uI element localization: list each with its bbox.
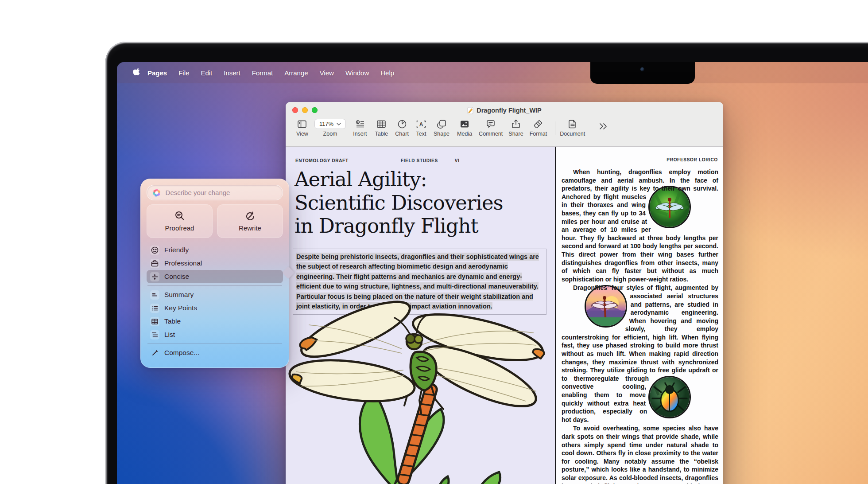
chart-icon	[397, 119, 407, 129]
writing-tools-options: Friendly Professional	[147, 243, 283, 359]
toolbar: View 117% Zoom Insert	[286, 119, 723, 146]
svg-text:A: A	[419, 121, 423, 128]
document-left-page[interactable]: ENTOMOLOGY DRAFT FIELD STUDIES VI Aerial…	[286, 147, 555, 484]
dragonfly-hero-illustration[interactable]	[286, 300, 555, 484]
toolbar-comment-button[interactable]: Comment	[479, 119, 503, 137]
describe-change-field[interactable]	[147, 185, 283, 200]
kicker-row: ENTOMOLOGY DRAFT FIELD STUDIES VI	[295, 158, 548, 163]
toolbar-table-button[interactable]: Table	[375, 119, 388, 137]
proofread-button[interactable]: Proofread	[147, 204, 213, 238]
toolbar-overflow-button[interactable]	[598, 122, 608, 130]
media-icon	[459, 119, 470, 129]
dragonfly-on-foliage-photo[interactable]	[648, 186, 691, 228]
transform-option-table[interactable]: Table	[147, 315, 283, 328]
writing-tools-popup: Proofread Rewrite	[140, 179, 289, 368]
dragonfly-sunset-photo[interactable]	[585, 285, 627, 328]
article-headline[interactable]: Aerial Agility: Scientific Discoveries i…	[294, 168, 549, 238]
menu-item-app[interactable]: Pages	[142, 69, 173, 77]
compose-option[interactable]: Compose...	[147, 346, 283, 359]
window-title: Dragonfly Flight_WIP	[477, 107, 542, 114]
rewrite-icon	[244, 211, 256, 222]
kicker-volume: VI	[455, 158, 460, 163]
menu-item-format[interactable]: Format	[246, 69, 279, 77]
rewrite-button[interactable]: Rewrite	[217, 204, 283, 238]
pages-document-icon	[467, 107, 473, 114]
paragraph-1: When hunting, dragonflies employ motion …	[562, 168, 718, 283]
article-body-text[interactable]: When hunting, dragonflies employ motion …	[562, 168, 718, 484]
tone-option-friendly[interactable]: Friendly	[147, 243, 283, 257]
divider	[147, 343, 282, 344]
toolbar-insert-button[interactable]: Insert	[353, 119, 367, 137]
transform-option-key-points[interactable]: Key Points	[147, 301, 283, 315]
toolbar-media-button[interactable]: Media	[457, 119, 472, 137]
byline: PROFESSOR LORICO	[666, 157, 718, 162]
document-canvas: ENTOMOLOGY DRAFT FIELD STUDIES VI Aerial…	[286, 147, 723, 484]
briefcase-icon	[150, 259, 159, 268]
toolbar-share-button[interactable]: Share	[508, 119, 523, 137]
menu-item-file[interactable]: File	[173, 69, 195, 77]
apple-intelligence-icon	[152, 188, 161, 198]
transform-option-summary[interactable]: Summary	[147, 288, 283, 301]
tone-option-concise-selected[interactable]: Concise	[147, 270, 283, 283]
concise-icon	[150, 272, 159, 281]
menu-item-view[interactable]: View	[314, 69, 340, 77]
double-chevron-right-icon	[598, 122, 608, 130]
toolbar-chart-button[interactable]: Chart	[395, 119, 409, 137]
divider	[147, 285, 282, 286]
zoom-dropdown[interactable]: 117%	[314, 119, 346, 129]
table-icon	[376, 119, 387, 129]
comment-icon	[485, 119, 496, 129]
iridescent-beetle-photo[interactable]	[648, 376, 691, 418]
bullet-list-icon	[150, 304, 159, 313]
table-grid-icon	[150, 317, 159, 326]
toolbar-separator	[555, 121, 555, 135]
sidebar-view-icon	[297, 119, 307, 129]
transform-option-list[interactable]: List	[147, 328, 283, 341]
text-box-icon: A	[415, 119, 427, 129]
toolbar-format-button[interactable]: Format	[530, 119, 547, 137]
toolbar-shape-button[interactable]: Shape	[434, 119, 450, 137]
display-notch	[590, 62, 695, 84]
paragraph-3: To avoid overheating, some species also …	[562, 424, 718, 484]
document-right-page[interactable]: PROFESSOR LORICO When hunting, dragonfli…	[556, 147, 723, 484]
smiley-icon	[150, 246, 159, 255]
compose-pencil-icon	[150, 348, 159, 358]
zoom-value: 117%	[319, 121, 333, 127]
document-icon	[567, 119, 578, 129]
tone-option-professional[interactable]: Professional	[147, 257, 283, 270]
window-titlebar[interactable]: Dragonfly Flight_WIP	[286, 105, 723, 115]
describe-change-input[interactable]	[165, 188, 277, 197]
share-icon	[511, 119, 521, 129]
menu-item-arrange[interactable]: Arrange	[279, 69, 314, 77]
toolbar-zoom-control[interactable]: 117% Zoom	[314, 119, 346, 137]
toolbar-document-button[interactable]: Document	[560, 119, 585, 137]
window-chrome[interactable]: Dragonfly Flight_WIP View 117%	[286, 102, 723, 147]
camera-dot	[640, 67, 644, 71]
toolbar-view-button[interactable]: View	[296, 119, 308, 137]
insert-icon	[355, 119, 365, 129]
chevron-down-icon	[337, 123, 341, 125]
macbook-screen: Pages File Edit Insert Format Arrange Vi…	[117, 62, 868, 484]
format-brush-icon	[533, 119, 543, 129]
shapes-icon	[436, 119, 447, 129]
screenshot-stage: Pages File Edit Insert Format Arrange Vi…	[0, 0, 868, 484]
kicker-center: FIELD STUDIES	[401, 158, 438, 163]
paragraph-2: Dragonflies’	[562, 284, 718, 424]
list-icon	[150, 330, 159, 340]
summary-icon	[150, 290, 159, 300]
kicker-left: ENTOMOLOGY DRAFT	[295, 158, 349, 163]
apple-logo-icon[interactable]	[133, 68, 140, 77]
proofread-icon	[174, 211, 186, 222]
menu-item-help[interactable]: Help	[375, 69, 400, 77]
menu-item-insert[interactable]: Insert	[218, 69, 246, 77]
toolbar-text-button[interactable]: A Text	[415, 119, 427, 137]
menu-bar: Pages File Edit Insert Format Arrange Vi…	[117, 62, 868, 83]
menu-item-window[interactable]: Window	[340, 69, 375, 77]
pages-window: Dragonfly Flight_WIP View 117%	[286, 102, 723, 484]
menu-item-edit[interactable]: Edit	[195, 69, 218, 77]
